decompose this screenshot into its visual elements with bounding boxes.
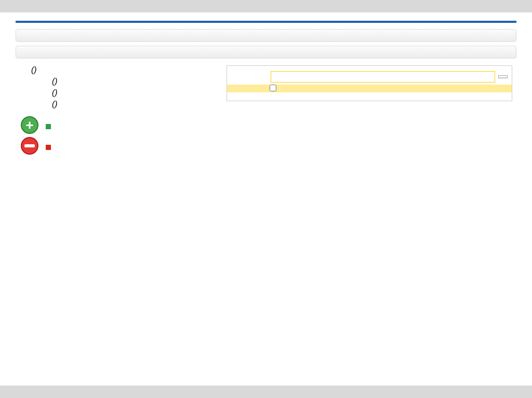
header-bar [0,0,532,12]
page-title [16,18,516,23]
plus-icon: + [21,116,38,134]
yandex-search-button[interactable] [498,75,508,78]
yandex-category-grid [227,92,512,101]
catalog-list: () () () () [16,65,218,111]
bullet-marker-green [46,124,51,129]
bullet-marker-red [46,145,51,150]
yandex-catalog-screenshot [227,65,512,101]
footer-bar [0,386,532,398]
yandex-top-links [227,66,512,70]
bullet-list: + [0,111,532,155]
yandex-search-checkbox[interactable] [227,85,512,92]
no-entry-icon [21,137,38,155]
definition-search-system [16,29,516,42]
yandex-search-input[interactable] [271,71,495,83]
definition-link-catalog [16,46,516,58]
